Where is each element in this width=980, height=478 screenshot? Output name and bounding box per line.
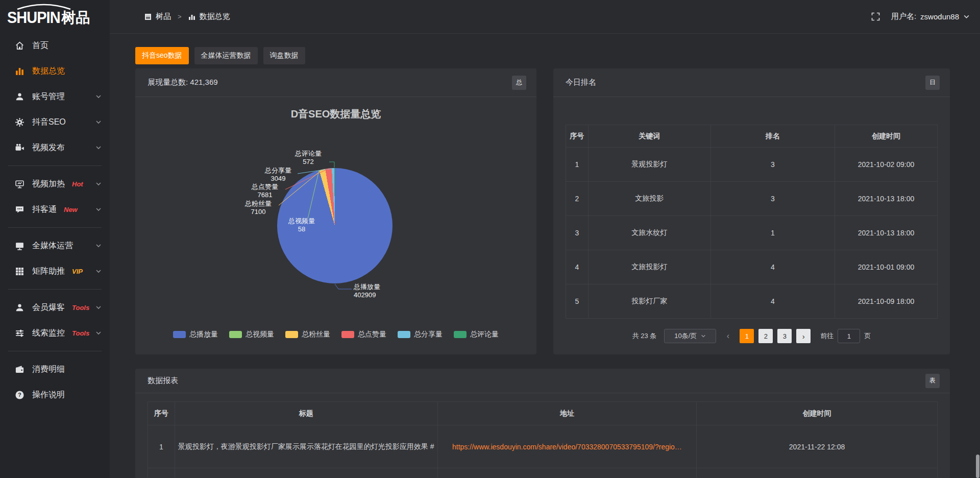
report-table: 序号 标题 地址 创建时间 1 景观投影灯，夜游景观投影灯厂家展示展示落花灯在花… xyxy=(148,401,938,478)
monitor-arrow-icon xyxy=(15,179,24,189)
username[interactable]: zswodun88 xyxy=(920,12,959,21)
sidebar-item-video-heat[interactable]: 视频加热 Hot xyxy=(0,171,110,197)
chat-bubble-icon xyxy=(15,205,24,214)
sidebar-item-doukentong[interactable]: 抖客通 New xyxy=(0,197,110,222)
sidebar-item-label: 矩阵助推 xyxy=(32,266,65,277)
legend-label: 总播放量 xyxy=(189,330,218,339)
report-panel-title: 数据报表 xyxy=(148,376,178,386)
cell-index: 3 xyxy=(566,216,589,250)
table-row[interactable]: 4 文旅投影灯 4 2021-10-01 09:00 xyxy=(566,250,938,284)
topbar: 树品 > 数据总览 用户名: zswodun88 xyxy=(110,0,980,34)
legend-label: 总分享量 xyxy=(414,330,443,339)
sidebar-item-label: 视频加热 xyxy=(32,179,65,189)
scrollbar-thumb[interactable] xyxy=(976,455,979,478)
breadcrumb-root[interactable]: 树品 xyxy=(156,12,171,21)
dashboard-page: { "colors": { "accent": "#ff8a00", "badg… xyxy=(0,0,980,478)
table-row[interactable]: 3 文旅水纹灯 1 2021-10-13 18:00 xyxy=(566,216,938,250)
page-button-1[interactable]: 1 xyxy=(740,329,754,343)
nav-divider xyxy=(8,165,102,166)
legend-item-plays[interactable]: 总播放量 xyxy=(173,330,218,339)
table-view-button[interactable]: 表 xyxy=(925,374,940,388)
nav-divider xyxy=(8,227,102,228)
tab-inquiry-data[interactable]: 询盘数据 xyxy=(263,47,305,64)
legend-label: 总粉丝量 xyxy=(302,330,330,339)
chevron-down-icon[interactable] xyxy=(963,13,970,20)
logo-text-cn: 树品 xyxy=(62,8,90,28)
cell-created: 2021-10-02 09:00 xyxy=(835,148,938,182)
nav-divider xyxy=(8,289,102,290)
rank-panel-title: 今日排名 xyxy=(566,78,596,87)
table-row[interactable]: 5 投影灯厂家 4 2021-10-09 18:00 xyxy=(566,284,938,319)
cell-index: 1 xyxy=(566,148,589,182)
legend-swatch xyxy=(341,331,354,338)
sidebar-item-media-operation[interactable]: 全媒体运营 xyxy=(0,233,110,258)
cell-keyword: 投影灯厂家 xyxy=(588,284,710,319)
legend-item-comments[interactable]: 总评论量 xyxy=(454,330,499,339)
pagination: 共 23 条 10条/页 ‹ 1 2 3 › 前往 页 xyxy=(566,329,938,343)
cell-empty xyxy=(175,468,437,478)
breadcrumb-current[interactable]: 数据总览 xyxy=(200,12,230,21)
cell-title: 景观投影灯，夜游景观投影灯厂家展示展示落花灯在花园里的灯光投影应用效果 # xyxy=(175,425,437,468)
vip-badge: VIP xyxy=(72,268,83,275)
gear-icon xyxy=(15,117,24,127)
goto-page-input[interactable] xyxy=(838,329,860,343)
sidebar-item-account[interactable]: 账号管理 xyxy=(0,84,110,109)
cell-keyword: 文旅投影 xyxy=(588,182,710,216)
fullscreen-icon[interactable] xyxy=(871,12,880,21)
breadcrumb: 树品 > 数据总览 xyxy=(144,12,230,21)
total-view-button[interactable]: 总 xyxy=(512,76,526,90)
sidebar-item-video-publish[interactable]: 视频发布 xyxy=(0,135,110,160)
sidebar-item-help[interactable]: ? 操作说明 xyxy=(0,382,110,408)
chevron-down-icon xyxy=(95,304,102,310)
table-row[interactable]: 1 景观投影灯 3 2021-10-02 09:00 xyxy=(566,148,938,182)
legend-label: 总视频量 xyxy=(246,330,274,339)
member-icon xyxy=(15,303,24,313)
cell-rank: 4 xyxy=(710,250,835,284)
pie-label-plays: 总播放量 402909 xyxy=(354,283,401,299)
sidebar-item-data-overview[interactable]: 数据总览 xyxy=(0,58,110,84)
page-size-select[interactable]: 10条/页 xyxy=(664,329,716,343)
sidebar-item-label: 抖客通 xyxy=(32,204,57,215)
sidebar-item-consumption[interactable]: 消费明细 xyxy=(0,356,110,382)
pie-label-shares: 总分享量 3049 xyxy=(259,166,297,183)
table-header-row: 序号 关键词 排名 创建时间 xyxy=(566,125,938,148)
chevron-down-icon xyxy=(95,268,102,274)
page-button-3[interactable]: 3 xyxy=(777,329,792,343)
col-title: 标题 xyxy=(175,402,437,425)
tools-badge: Tools xyxy=(72,304,89,312)
cell-video-link[interactable]: https://www.iesdouyin.com/share/video/70… xyxy=(437,425,696,468)
table-row[interactable]: 2 文旅投影 3 2021-10-13 18:00 xyxy=(566,182,938,216)
sidebar-item-clue-monitor[interactable]: 线索监控 Tools xyxy=(0,320,110,346)
table-row[interactable]: 1 景观投影灯，夜游景观投影灯厂家展示展示落花灯在花园里的灯光投影应用效果 # … xyxy=(148,425,938,468)
next-page-button[interactable]: › xyxy=(796,329,811,343)
legend-item-likes[interactable]: 总点赞量 xyxy=(341,330,386,339)
app-logo: SHUPIN 树品 xyxy=(0,0,110,32)
rank-panel: 今日排名 日 序号 关键词 排名 创建时间 1 景观投影灯 3 2021-10-… xyxy=(553,68,950,354)
sidebar-item-member-bouquet[interactable]: 会员爆客 Tools xyxy=(0,295,110,320)
chevron-down-icon xyxy=(95,243,102,249)
legend-item-videos[interactable]: 总视频量 xyxy=(229,330,274,339)
col-created: 创建时间 xyxy=(835,125,938,148)
legend-item-fans[interactable]: 总粉丝量 xyxy=(285,330,330,339)
legend-label: 总评论量 xyxy=(470,330,499,339)
cell-rank: 3 xyxy=(710,182,835,216)
legend-swatch xyxy=(229,331,242,338)
tab-douyin-seo-data[interactable]: 抖音seo数据 xyxy=(135,47,189,64)
pie-label-name: 总点赞量 xyxy=(246,183,284,191)
day-view-button[interactable]: 日 xyxy=(925,76,940,90)
sidebar-item-matrix-boost[interactable]: 矩阵助推 VIP xyxy=(0,258,110,284)
overview-panel: 展现量总数: 421,369 总 D音SEO数据量总览 总评论量 572 总分享… xyxy=(135,68,536,354)
pagination-total: 共 23 条 xyxy=(632,331,657,341)
sidebar-item-home[interactable]: 首页 xyxy=(0,33,110,58)
page-button-2[interactable]: 2 xyxy=(758,329,773,343)
legend-item-shares[interactable]: 总分享量 xyxy=(398,330,443,339)
sidebar-item-douyin-seo[interactable]: 抖音SEO xyxy=(0,109,110,135)
sidebar: SHUPIN 树品 首页 数据总览 账号管理 抖音SEO 视频发布 xyxy=(0,0,110,478)
chevron-down-icon xyxy=(95,93,102,100)
cell-empty xyxy=(148,468,175,478)
tab-media-operation-data[interactable]: 全媒体运营数据 xyxy=(194,47,258,64)
prev-page-button[interactable]: ‹ xyxy=(722,329,734,343)
sidebar-item-label: 会员爆客 xyxy=(32,302,65,313)
col-created: 创建时间 xyxy=(697,402,938,425)
video-camera-icon xyxy=(15,143,24,153)
